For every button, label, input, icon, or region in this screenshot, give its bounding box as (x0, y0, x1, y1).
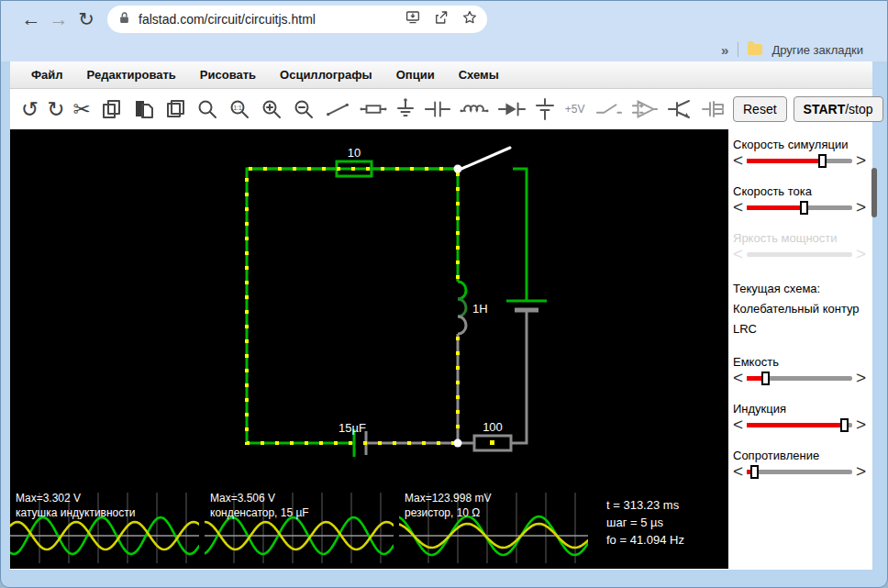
menu-draw[interactable]: Рисовать (188, 63, 268, 86)
scope-resistor[interactable]: Max=123.998 mV резистор, 10 Ω (399, 487, 588, 569)
ground-tool-icon[interactable] (395, 98, 416, 120)
power-brightness-label: Яркость мощности (733, 231, 866, 245)
paste-icon[interactable] (131, 97, 155, 121)
resistor-top-label: 10 (348, 146, 361, 160)
simulation-speed-slider[interactable]: < > (733, 152, 866, 169)
status-frequency: fo = 41.094 Hz (606, 531, 684, 549)
slider-track[interactable] (747, 376, 852, 381)
redo-icon[interactable]: ↻ (47, 98, 64, 120)
zoom-out-icon[interactable] (292, 97, 316, 121)
current-circuit-title: Текущая схема: Колебательный контур LRC (733, 279, 866, 339)
switch-open[interactable] (461, 148, 510, 169)
diode-tool-icon[interactable] (497, 99, 527, 119)
slider-right-arrow[interactable]: > (856, 371, 866, 385)
slider-thumb[interactable] (840, 418, 849, 432)
plus5v-tool-icon[interactable]: +5V (563, 103, 587, 116)
zoom-in-icon[interactable] (260, 97, 283, 121)
edit-toolbar: ↺ ↻ ✂ 1:1 (10, 89, 728, 129)
inductance-slider[interactable]: < > (733, 416, 866, 433)
wire-battery-top[interactable] (513, 169, 527, 301)
slider-left-arrow[interactable]: < (733, 153, 743, 168)
back-icon[interactable]: ← (17, 8, 45, 30)
switch-tool-icon[interactable] (595, 100, 623, 118)
inductor-coil-bottom[interactable] (458, 316, 466, 334)
lock-icon[interactable] (118, 11, 130, 28)
inductor-tool-icon[interactable] (460, 99, 489, 119)
menu-file[interactable]: Файл (19, 63, 75, 86)
menu-circuits[interactable]: Схемы (447, 63, 511, 86)
copy-icon[interactable] (99, 97, 123, 121)
wire-main-loop[interactable] (247, 169, 458, 443)
slider-thumb[interactable] (761, 372, 770, 385)
slider-track[interactable] (747, 470, 852, 474)
junction-top[interactable] (454, 165, 462, 173)
resistor-tool-icon[interactable] (360, 99, 387, 119)
forward-icon[interactable]: → (45, 8, 72, 30)
power-brightness-slider: < > (733, 246, 866, 262)
zoom-100-icon[interactable]: 1:1 (228, 97, 251, 121)
simulation-speed-group: Скорость симуляции < > (733, 138, 866, 169)
slider-right-arrow[interactable]: > (856, 417, 866, 432)
resistance-slider[interactable]: < > (733, 463, 866, 480)
current-speed-group: Скорость тока < > (733, 184, 866, 216)
menu-scopes[interactable]: Осциллографы (268, 63, 384, 86)
start-stop-button[interactable]: START/stop (794, 96, 883, 122)
power-brightness-group: Яркость мощности < > (733, 231, 866, 262)
status-time: t = 313.23 ms (606, 496, 684, 514)
menu-edit[interactable]: Редактировать (75, 63, 188, 86)
slider-left-arrow[interactable]: < (733, 464, 743, 479)
opamp-tool-icon[interactable] (631, 98, 659, 120)
slider-left-arrow[interactable]: < (733, 371, 743, 385)
simulation-speed-label: Скорость симуляции (733, 138, 866, 151)
transistor-tool-icon[interactable] (667, 98, 693, 120)
bookmarks-divider (738, 42, 738, 57)
status-step: шаг = 5 µs (606, 514, 684, 531)
slider-thumb[interactable] (800, 201, 808, 215)
slider-left-arrow[interactable]: < (733, 200, 743, 215)
resistance-label: Сопротивление (733, 449, 866, 462)
inductor-coil-top[interactable] (458, 282, 466, 299)
capacitance-slider[interactable]: < > (733, 370, 866, 386)
slider-track[interactable] (747, 159, 852, 163)
current-speed-label: Скорость тока (733, 184, 866, 198)
share-icon[interactable] (433, 9, 450, 29)
reload-icon[interactable]: ↻ (72, 8, 100, 30)
slider-left-arrow[interactable]: < (733, 417, 743, 432)
slider-track[interactable] (747, 423, 852, 427)
current-dots-loop (247, 169, 458, 443)
duplicate-icon[interactable] (163, 97, 187, 121)
slider-thumb[interactable] (750, 465, 759, 479)
slider-right-arrow[interactable]: > (856, 200, 866, 215)
scope-inductor-max: Max=3.302 V (16, 491, 136, 505)
slider-right-arrow[interactable]: > (856, 153, 866, 168)
scope-inductor[interactable]: Max=3.302 V катушка индуктивности (10, 487, 199, 569)
circuit-canvas[interactable]: 10 1H 15µF 100 (10, 129, 728, 487)
cut-icon[interactable]: ✂ (73, 98, 91, 120)
bookmark-star-icon[interactable] (461, 9, 478, 29)
scope-capacitor[interactable]: Max=3.506 V конденсатор, 15 µF (205, 487, 394, 569)
slider-left-arrow: < (733, 247, 743, 261)
undo-icon[interactable]: ↺ (21, 98, 39, 120)
bookmarks-overflow-icon[interactable]: » (721, 42, 728, 58)
inductor-label: 1H (472, 302, 488, 316)
wire-battery-bottom[interactable] (511, 310, 527, 443)
search-icon[interactable] (195, 97, 219, 121)
mosfet-tool-icon[interactable] (701, 98, 727, 120)
junction-bottom[interactable] (454, 439, 462, 448)
inductor-coil-mid[interactable] (458, 299, 466, 316)
reset-button[interactable]: Reset (733, 96, 787, 122)
current-speed-slider[interactable]: < > (733, 199, 866, 216)
svg-text:1:1: 1:1 (233, 105, 241, 111)
slider-track (747, 252, 852, 257)
slider-right-arrow[interactable]: > (856, 464, 866, 479)
capacitor-tool-icon[interactable] (424, 99, 451, 119)
install-icon[interactable] (405, 9, 421, 29)
address-bar[interactable]: falstad.com/circuit/circuitjs.html (107, 6, 487, 33)
scrollbar-thumb[interactable] (871, 168, 877, 217)
wire-tool-icon[interactable] (324, 99, 351, 119)
slider-thumb[interactable] (818, 154, 827, 168)
slider-track[interactable] (747, 205, 852, 210)
cell-tool-icon[interactable] (535, 97, 555, 121)
other-bookmarks-button[interactable]: Другие закладки (771, 43, 863, 57)
menu-options[interactable]: Опции (384, 63, 447, 86)
